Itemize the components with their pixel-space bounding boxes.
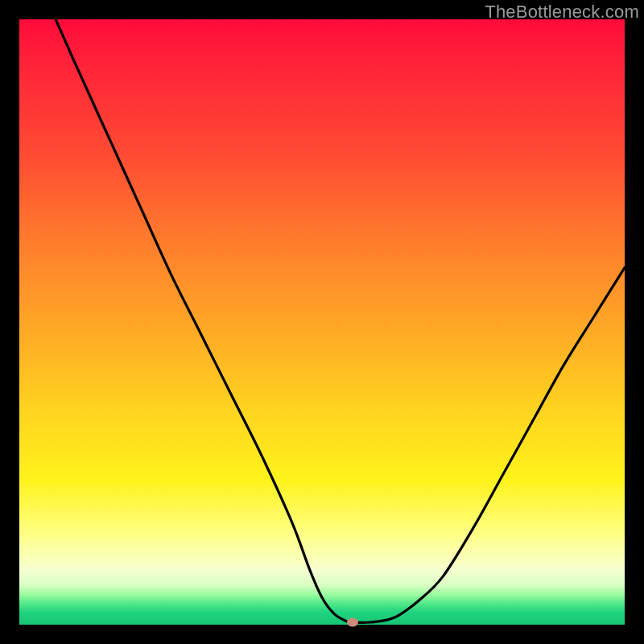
plot-area — [19, 19, 625, 625]
bottleneck-curve — [19, 19, 625, 625]
minimum-point-marker — [347, 617, 358, 626]
chart-frame: TheBottleneck.com — [0, 0, 644, 644]
